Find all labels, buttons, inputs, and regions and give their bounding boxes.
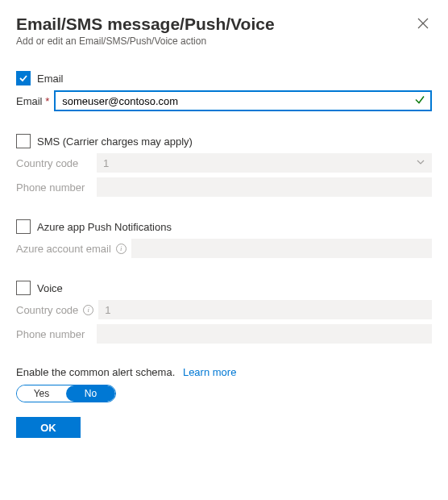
- voice-checkbox[interactable]: [16, 281, 31, 295]
- voice-country-input[interactable]: 1: [98, 300, 432, 319]
- push-account-input[interactable]: [131, 239, 432, 258]
- info-icon[interactable]: i: [83, 305, 93, 315]
- email-checkbox-label: Email: [37, 73, 64, 85]
- learn-more-link[interactable]: Learn more: [183, 366, 236, 378]
- sms-checkbox[interactable]: [16, 134, 31, 148]
- checkmark-icon: [19, 73, 28, 83]
- voice-phone-label: Phone number: [16, 328, 92, 340]
- schema-text: Enable the common alert schema.: [16, 366, 175, 378]
- sms-checkbox-label: SMS (Carrier charges may apply): [37, 135, 193, 148]
- push-checkbox-label: Azure app Push Notifications: [37, 221, 172, 233]
- panel-subtitle: Add or edit an Email/SMS/Push/Voice acti…: [16, 35, 275, 47]
- voice-phone-input[interactable]: [97, 324, 432, 344]
- email-field-label: Email *: [16, 95, 49, 107]
- sms-country-label: Country code: [16, 157, 92, 169]
- panel-title: Email/SMS message/Push/Voice: [16, 15, 275, 34]
- toggle-yes[interactable]: Yes: [17, 385, 66, 402]
- email-input[interactable]: [54, 90, 432, 111]
- valid-check-icon: [414, 94, 425, 108]
- sms-phone-input[interactable]: [97, 177, 432, 197]
- sms-country-select[interactable]: 1: [97, 153, 432, 173]
- voice-checkbox-label: Voice: [37, 282, 63, 294]
- schema-toggle[interactable]: Yes No: [16, 385, 116, 402]
- ok-button[interactable]: OK: [16, 417, 81, 438]
- push-account-label: Azure account email i: [16, 243, 127, 255]
- toggle-no[interactable]: No: [66, 385, 115, 402]
- close-icon: [417, 18, 429, 29]
- voice-country-value: 1: [105, 304, 110, 316]
- email-checkbox[interactable]: [16, 71, 31, 85]
- info-icon[interactable]: i: [116, 244, 127, 254]
- close-button[interactable]: [414, 15, 432, 35]
- sms-phone-label: Phone number: [16, 181, 92, 194]
- sms-country-value: 1: [103, 157, 109, 169]
- chevron-down-icon: [416, 157, 425, 169]
- voice-country-label: Country code i: [16, 304, 93, 316]
- push-checkbox[interactable]: [16, 219, 31, 234]
